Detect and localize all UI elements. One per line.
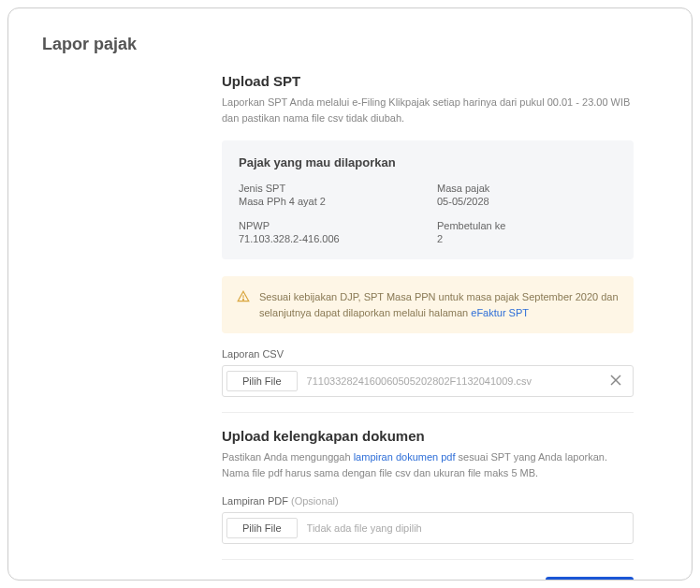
pdf-choose-file-button[interactable]: Pilih File	[226, 518, 298, 538]
pembetulan-label: Pembetulan ke	[437, 220, 617, 231]
npwp-field: NPWP 71.103.328.2-416.006	[239, 220, 418, 244]
page-title: Lapor pajak	[42, 35, 658, 54]
csv-filename: 7110332824160060505202802F1132041009.csv	[307, 375, 593, 387]
report-tax-modal: Lapor pajak Upload SPT Laporkan SPT Anda…	[7, 7, 693, 581]
csv-choose-file-button[interactable]: Pilih File	[226, 371, 298, 391]
npwp-label: NPWP	[239, 220, 418, 231]
info-card-title: Pajak yang mau dilaporkan	[239, 155, 617, 169]
pembetulan-value: 2	[437, 233, 617, 244]
pdf-optional-text: (Opsional)	[291, 495, 339, 507]
masa-pajak-label: Masa pajak	[437, 183, 617, 194]
tax-info-card: Pajak yang mau dilaporkan Jenis SPT Masa…	[222, 140, 634, 259]
doc-section-description: Pastikan Anda mengunggah lampiran dokume…	[222, 449, 634, 480]
pdf-label-text: Lampiran PDF	[222, 495, 291, 507]
masa-pajak-value: 05-05/2028	[437, 196, 617, 207]
csv-clear-icon[interactable]	[603, 374, 629, 389]
npwp-value: 71.103.328.2-416.006	[239, 233, 418, 244]
submit-button[interactable]: Laporkan	[546, 577, 634, 581]
divider	[222, 559, 634, 560]
pdf-placeholder: Tidak ada file yang dipilih	[307, 522, 629, 534]
policy-warning: Sesuai kebijakan DJP, SPT Masa PPN untuk…	[222, 276, 634, 333]
pdf-file-input: Pilih File Tidak ada file yang dipilih	[222, 512, 634, 544]
warning-text-before: Sesuai kebijakan DJP, SPT Masa PPN untuk…	[259, 291, 619, 318]
divider	[222, 412, 634, 413]
pdf-attachment-link[interactable]: lampiran dokumen pdf	[354, 451, 456, 463]
masa-pajak-field: Masa pajak 05-05/2028	[437, 183, 617, 207]
doc-section-title: Upload kelengkapan dokumen	[222, 428, 634, 444]
csv-file-input: Pilih File 7110332824160060505202802F113…	[222, 365, 634, 397]
svg-point-1	[243, 299, 244, 300]
efaktur-spt-link[interactable]: eFaktur SPT	[471, 307, 529, 318]
warning-icon	[237, 290, 250, 320]
pdf-label: Lampiran PDF (Opsional)	[222, 495, 634, 507]
jenis-spt-value: Masa PPh 4 ayat 2	[239, 196, 418, 207]
upload-spt-title: Upload SPT	[222, 73, 634, 89]
warning-text: Sesuai kebijakan DJP, SPT Masa PPN untuk…	[259, 289, 619, 320]
doc-desc-before: Pastikan Anda mengunggah	[222, 451, 354, 463]
jenis-spt-field: Jenis SPT Masa PPh 4 ayat 2	[239, 183, 418, 207]
pembetulan-field: Pembetulan ke 2	[437, 220, 617, 244]
footer: Batalkan Laporkan	[222, 577, 634, 581]
upload-spt-description: Laporkan SPT Anda melalui e-Filing Klikp…	[222, 95, 634, 125]
content-area: Upload SPT Laporkan SPT Anda melalui e-F…	[222, 73, 634, 581]
jenis-spt-label: Jenis SPT	[239, 183, 418, 194]
csv-label: Laporan CSV	[222, 348, 634, 360]
